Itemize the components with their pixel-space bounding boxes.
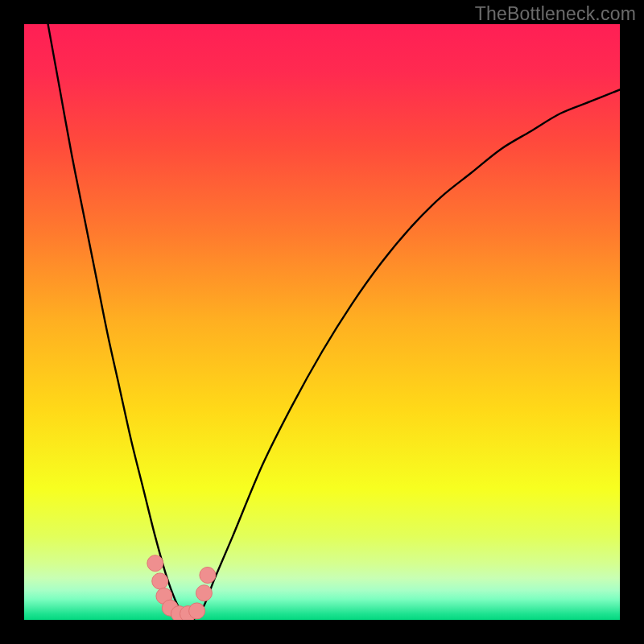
curve-marker [200,568,216,584]
curve-marker [147,555,163,572]
curve-marker [189,603,205,619]
curve-marker [196,585,212,601]
bottleneck-chart [24,24,620,620]
chart-frame: TheBottleneck.com [0,0,644,644]
watermark-text: TheBottleneck.com [475,3,636,25]
plot-area [24,24,620,620]
gradient-background [24,24,620,620]
curve-marker [152,573,168,589]
